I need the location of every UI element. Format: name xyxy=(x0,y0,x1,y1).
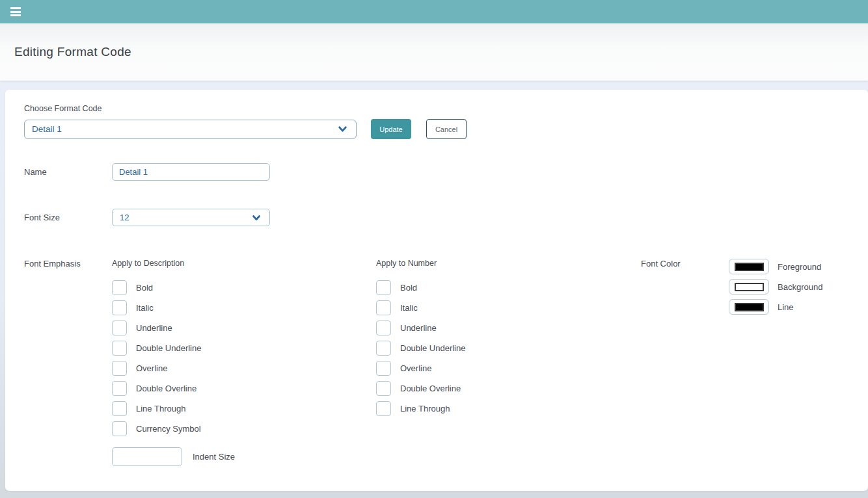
checkbox-row[interactable]: Bold xyxy=(112,280,376,295)
checkbox-label: Double Underline xyxy=(136,343,201,353)
apply-to-number-column: Apply to Number Bold Italic Underline Do… xyxy=(376,259,641,421)
font-size-label: Font Size xyxy=(24,213,112,222)
format-code-select[interactable]: Detail 1 xyxy=(24,120,357,139)
checkbox-label: Bold xyxy=(400,283,417,293)
font-size-select-value: 12 xyxy=(120,213,129,222)
checkbox-label: Italic xyxy=(400,303,418,313)
color-swatch-label: Line xyxy=(778,302,794,312)
checkbox-row[interactable]: Underline xyxy=(112,321,376,335)
checkbox[interactable] xyxy=(376,321,391,335)
page-title: Editing Format Code xyxy=(14,45,131,59)
checkbox-row[interactable]: Double Overline xyxy=(112,381,376,396)
checkbox[interactable] xyxy=(376,341,391,356)
checkbox-label: Double Underline xyxy=(400,343,465,353)
checkbox-label: Line Through xyxy=(400,404,450,413)
checkbox[interactable] xyxy=(112,381,127,396)
apply-to-description-column: Apply to Description Bold Italic Underli… xyxy=(112,259,376,466)
name-label: Name xyxy=(24,167,112,177)
checkbox-row[interactable]: Italic xyxy=(376,300,641,315)
color-swatch-row: Foreground xyxy=(729,259,822,274)
number-checkbox-list: Bold Italic Underline Double Underline O… xyxy=(376,280,641,416)
color-swatch-row: Line xyxy=(729,299,822,315)
checkbox-row[interactable]: Overline xyxy=(376,361,641,376)
page-header: Editing Format Code xyxy=(0,23,868,81)
color-swatch-fill xyxy=(735,263,764,271)
update-button[interactable]: Update xyxy=(371,119,411,139)
format-code-row: Detail 1 Update Cancel xyxy=(24,119,868,139)
checkbox-label: Line Through xyxy=(136,404,185,413)
chevron-down-icon xyxy=(251,213,262,223)
font-color-swatches: Foreground Background Line xyxy=(729,259,822,319)
checkbox-row[interactable]: Overline xyxy=(112,361,376,376)
choose-format-code-label: Choose Format Code xyxy=(24,104,868,113)
checkbox-label: Overline xyxy=(136,363,167,373)
font-size-select[interactable]: 12 xyxy=(112,209,270,226)
menu-icon[interactable] xyxy=(10,7,21,16)
font-emphasis-label: Font Emphasis xyxy=(24,259,112,269)
indent-size-label: Indent Size xyxy=(193,452,235,462)
checkbox-row[interactable]: Double Underline xyxy=(112,341,376,356)
checkbox[interactable] xyxy=(376,280,391,295)
indent-size-input[interactable] xyxy=(112,447,182,466)
format-code-card: Choose Format Code Detail 1 Update Cance… xyxy=(5,90,868,491)
checkbox-label: Underline xyxy=(136,323,172,333)
checkbox-label: Double Overline xyxy=(136,384,197,393)
checkbox-label: Double Overline xyxy=(400,384,461,393)
color-swatch-label: Foreground xyxy=(778,262,821,272)
font-size-row: Font Size 12 xyxy=(24,209,868,226)
apply-to-number-header: Apply to Number xyxy=(376,259,641,268)
checkbox[interactable] xyxy=(376,361,391,376)
checkbox[interactable] xyxy=(112,300,127,315)
checkbox-row[interactable]: Double Overline xyxy=(376,381,641,396)
checkbox[interactable] xyxy=(112,321,127,335)
checkbox-row[interactable]: Bold xyxy=(376,280,641,295)
checkbox[interactable] xyxy=(376,381,391,396)
checkbox-label: Overline xyxy=(400,363,431,373)
indent-size-row: Indent Size xyxy=(112,447,376,466)
checkbox[interactable] xyxy=(112,280,127,295)
font-emphasis-section: Font Emphasis Apply to Description Bold … xyxy=(24,259,868,466)
color-swatch-row: Background xyxy=(729,279,822,295)
color-swatch-button[interactable] xyxy=(729,259,769,274)
format-code-select-value: Detail 1 xyxy=(32,124,62,134)
checkbox-label: Currency Symbol xyxy=(136,424,201,434)
checkbox-row[interactable]: Line Through xyxy=(112,401,376,416)
color-swatch-fill xyxy=(735,303,764,311)
checkbox-row[interactable]: Line Through xyxy=(376,401,641,416)
color-swatch-button[interactable] xyxy=(729,279,769,295)
color-swatch-label: Background xyxy=(778,282,822,292)
color-swatch-fill xyxy=(735,283,764,291)
apply-to-description-header: Apply to Description xyxy=(112,259,376,268)
checkbox-label: Bold xyxy=(136,283,153,293)
top-nav-bar xyxy=(0,0,868,23)
checkbox-row[interactable]: Italic xyxy=(112,300,376,315)
name-row: Name xyxy=(24,163,868,181)
checkbox[interactable] xyxy=(376,401,391,416)
checkbox-row[interactable]: Currency Symbol xyxy=(112,421,376,436)
cancel-button[interactable]: Cancel xyxy=(426,119,467,139)
checkbox[interactable] xyxy=(112,341,127,356)
checkbox-label: Underline xyxy=(400,323,437,333)
checkbox-label: Italic xyxy=(136,303,154,313)
color-swatch-button[interactable] xyxy=(729,299,769,315)
description-checkbox-list: Bold Italic Underline Double Underline O… xyxy=(112,280,376,436)
checkbox[interactable] xyxy=(112,401,127,416)
checkbox-row[interactable]: Double Underline xyxy=(376,341,641,356)
checkbox-row[interactable]: Underline xyxy=(376,321,641,335)
checkbox[interactable] xyxy=(112,421,127,436)
font-color-label: Font Color xyxy=(641,259,729,269)
checkbox[interactable] xyxy=(376,300,391,315)
chevron-down-icon xyxy=(337,124,348,135)
checkbox[interactable] xyxy=(112,361,127,376)
name-input[interactable] xyxy=(112,163,270,181)
